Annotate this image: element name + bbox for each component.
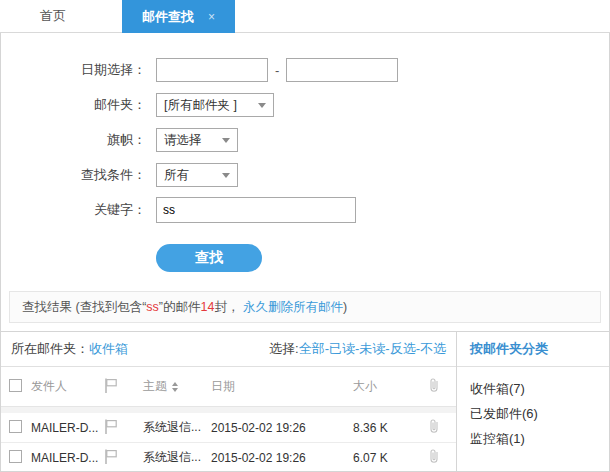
select-all-link[interactable]: 全部 xyxy=(299,341,325,356)
result-text-after-count: 封， xyxy=(214,299,239,316)
paperclip-icon xyxy=(428,377,440,393)
chevron-down-icon xyxy=(258,103,266,108)
form-row-flag: 旗帜： 请选择 xyxy=(1,127,609,153)
tab-mail-search[interactable]: 邮件查找 × xyxy=(122,0,235,33)
flag-select[interactable]: 请选择 xyxy=(156,128,238,152)
folder-item-monitor[interactable]: 监控箱(1) xyxy=(470,426,596,451)
mail-sender: MAILER-D... xyxy=(31,421,103,435)
paperclip-icon xyxy=(428,418,440,434)
mail-date: 2015-02-02 19:26 xyxy=(211,421,353,435)
select-invert-link[interactable]: 反选 xyxy=(390,341,416,356)
date-label: 日期选择： xyxy=(1,61,146,79)
flag-icon xyxy=(103,448,118,465)
main-container: 日期选择： - 邮件夹： [所有邮件夹 ] 旗帜： 请选择 查找条件： 所有 xyxy=(0,33,610,472)
row-checkbox[interactable] xyxy=(9,420,22,433)
row-checkbox[interactable] xyxy=(9,450,22,463)
form-row-keyword: 关键字： xyxy=(1,197,609,223)
form-row-folder: 邮件夹： [所有邮件夹 ] xyxy=(1,92,609,118)
select-unread-link[interactable]: 未读 xyxy=(359,341,385,356)
chevron-down-icon xyxy=(222,173,230,178)
result-text-prefix: 查找结果 (查找到包含“ xyxy=(22,299,146,316)
tab-close-icon[interactable]: × xyxy=(208,10,215,24)
mail-row[interactable]: MAILER-D... 系统退信... 2015-02-02 19:26 8.3… xyxy=(1,413,456,443)
flag-icon xyxy=(103,418,118,435)
flag-icon xyxy=(103,377,118,394)
date-from-input[interactable] xyxy=(156,58,268,82)
current-folder-label: 所在邮件夹： xyxy=(11,340,89,358)
folder-panel-title: 按邮件夹分类 xyxy=(457,332,609,367)
mail-attachment-indicator xyxy=(411,418,456,437)
form-row-date: 日期选择： - xyxy=(1,57,609,83)
date-to-input[interactable] xyxy=(286,58,398,82)
folder-label: 邮件夹： xyxy=(1,96,146,114)
mail-date: 2015-02-02 19:26 xyxy=(211,451,353,465)
mail-size: 8.36 K xyxy=(353,421,411,435)
flag-select-value: 请选择 xyxy=(164,132,202,149)
search-result-bar: 查找结果 (查找到包含“ss”的邮件 14 封， 永久删除所有邮件) xyxy=(9,291,601,323)
header-sender[interactable]: 发件人 xyxy=(31,378,103,395)
tab-home[interactable]: 首页 xyxy=(0,0,106,32)
chevron-down-icon xyxy=(222,138,230,143)
folder-category-panel: 按邮件夹分类 收件箱(7) 已发邮件(6) 监控箱(1) xyxy=(456,332,609,472)
search-button[interactable]: 查找 xyxy=(156,244,262,272)
folder-item-inbox[interactable]: 收件箱(7) xyxy=(470,376,596,401)
keyword-input[interactable] xyxy=(156,197,356,223)
current-folder-link[interactable]: 收件箱 xyxy=(89,340,128,358)
select-all-checkbox[interactable] xyxy=(9,379,22,392)
select-label: 选择: xyxy=(269,340,299,358)
table-header-row: 发件人 主题 日期 大小 xyxy=(1,367,456,407)
keyword-label: 关键字： xyxy=(1,201,146,219)
result-text-middle: ”的邮件 xyxy=(159,299,201,316)
select-none-link[interactable]: 不选 xyxy=(420,341,446,356)
condition-label: 查找条件： xyxy=(1,166,146,184)
mail-flag[interactable] xyxy=(103,418,143,438)
tab-mail-search-label: 邮件查找 xyxy=(142,8,194,26)
mail-row[interactable]: MAILER-D... 系统退信... 2015-02-02 19:26 6.0… xyxy=(1,443,456,472)
mail-subject[interactable]: 系统退信... xyxy=(143,419,211,436)
condition-select-value: 所有 xyxy=(164,167,189,184)
sort-icon xyxy=(172,382,178,392)
list-toolbar: 所在邮件夹： 收件箱 选择: 全部-已读-未读-反选-不选 xyxy=(1,332,456,367)
paperclip-icon xyxy=(428,448,440,464)
tab-bar: 首页 邮件查找 × xyxy=(0,0,610,33)
form-row-condition: 查找条件： 所有 xyxy=(1,162,609,188)
date-separator: - xyxy=(275,63,279,78)
result-keyword: ss xyxy=(146,300,159,314)
attachment-column-header[interactable] xyxy=(411,377,456,396)
results-section: 所在邮件夹： 收件箱 选择: 全部-已读-未读-反选-不选 发件人 主题 日期 … xyxy=(1,331,609,472)
mail-list-area: 所在邮件夹： 收件箱 选择: 全部-已读-未读-反选-不选 发件人 主题 日期 … xyxy=(1,332,456,472)
tab-home-label: 首页 xyxy=(40,7,66,25)
search-form: 日期选择： - 邮件夹： [所有邮件夹 ] 旗帜： 请选择 查找条件： 所有 xyxy=(1,33,609,272)
mail-flag[interactable] xyxy=(103,448,143,468)
mail-subject[interactable]: 系统退信... xyxy=(143,449,211,466)
header-size[interactable]: 大小 xyxy=(353,378,411,395)
condition-select[interactable]: 所有 xyxy=(156,163,238,187)
result-count: 14 xyxy=(200,300,214,314)
flag-column-header[interactable] xyxy=(103,377,143,397)
mail-attachment-indicator xyxy=(411,448,456,467)
folder-panel-items: 收件箱(7) 已发邮件(6) 监控箱(1) xyxy=(457,367,609,460)
folder-select-value: [所有邮件夹 ] xyxy=(164,97,237,114)
mail-sender: MAILER-D... xyxy=(31,451,103,465)
select-links: 全部-已读-未读-反选-不选 xyxy=(299,340,446,358)
result-text-suffix: ) xyxy=(343,300,347,314)
header-subject[interactable]: 主题 xyxy=(143,378,211,395)
delete-all-link[interactable]: 永久删除所有邮件 xyxy=(243,299,343,316)
folder-item-sent[interactable]: 已发邮件(6) xyxy=(470,401,596,426)
select-read-link[interactable]: 已读 xyxy=(329,341,355,356)
flag-label: 旗帜： xyxy=(1,131,146,149)
header-date[interactable]: 日期 xyxy=(211,378,353,395)
folder-select[interactable]: [所有邮件夹 ] xyxy=(156,93,274,117)
mail-size: 6.07 K xyxy=(353,451,411,465)
